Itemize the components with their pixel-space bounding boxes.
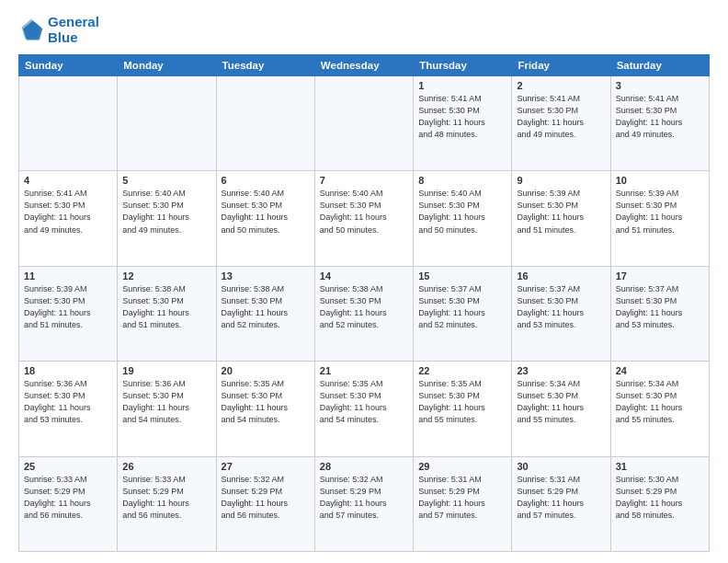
day-info: Sunrise: 5:41 AM Sunset: 5:30 PM Dayligh… [517, 93, 605, 141]
calendar-cell: 15Sunrise: 5:37 AM Sunset: 5:30 PM Dayli… [414, 266, 512, 361]
day-info: Sunrise: 5:35 AM Sunset: 5:30 PM Dayligh… [222, 378, 310, 426]
day-info: Sunrise: 5:31 AM Sunset: 5:29 PM Dayligh… [418, 474, 506, 522]
day-info: Sunrise: 5:34 AM Sunset: 5:30 PM Dayligh… [616, 378, 704, 426]
day-info: Sunrise: 5:31 AM Sunset: 5:29 PM Dayligh… [517, 474, 605, 522]
day-number: 4 [24, 175, 112, 186]
calendar-week-1: 1Sunrise: 5:41 AM Sunset: 5:30 PM Daylig… [19, 76, 710, 171]
day-number: 29 [418, 461, 506, 472]
calendar-cell [216, 76, 314, 171]
svg-marker-2 [22, 18, 41, 38]
calendar-week-4: 18Sunrise: 5:36 AM Sunset: 5:30 PM Dayli… [19, 362, 710, 456]
logo-icon [18, 17, 44, 43]
day-info: Sunrise: 5:40 AM Sunset: 5:30 PM Dayligh… [418, 188, 506, 236]
day-number: 6 [222, 175, 310, 186]
day-number: 2 [517, 80, 605, 91]
calendar-cell: 23Sunrise: 5:34 AM Sunset: 5:30 PM Dayli… [512, 362, 610, 456]
day-info: Sunrise: 5:40 AM Sunset: 5:30 PM Dayligh… [320, 188, 408, 236]
calendar-cell [314, 76, 413, 171]
day-number: 15 [418, 270, 506, 282]
day-info: Sunrise: 5:40 AM Sunset: 5:30 PM Dayligh… [122, 188, 210, 236]
calendar-cell: 25Sunrise: 5:33 AM Sunset: 5:29 PM Dayli… [19, 456, 118, 551]
calendar-cell: 12Sunrise: 5:38 AM Sunset: 5:30 PM Dayli… [118, 266, 216, 361]
calendar-cell: 28Sunrise: 5:32 AM Sunset: 5:29 PM Dayli… [314, 456, 413, 551]
day-info: Sunrise: 5:36 AM Sunset: 5:30 PM Dayligh… [24, 378, 112, 426]
calendar-cell: 20Sunrise: 5:35 AM Sunset: 5:30 PM Dayli… [216, 362, 314, 456]
calendar-header-tuesday: Tuesday [216, 55, 314, 76]
calendar-cell: 26Sunrise: 5:33 AM Sunset: 5:29 PM Dayli… [118, 456, 216, 551]
day-info: Sunrise: 5:39 AM Sunset: 5:30 PM Dayligh… [616, 188, 704, 236]
calendar-cell: 1Sunrise: 5:41 AM Sunset: 5:30 PM Daylig… [414, 76, 512, 171]
calendar-cell: 8Sunrise: 5:40 AM Sunset: 5:30 PM Daylig… [414, 171, 512, 266]
day-info: Sunrise: 5:39 AM Sunset: 5:30 PM Dayligh… [24, 283, 112, 331]
calendar-cell: 22Sunrise: 5:35 AM Sunset: 5:30 PM Dayli… [414, 362, 512, 456]
day-info: Sunrise: 5:39 AM Sunset: 5:30 PM Dayligh… [517, 188, 605, 236]
day-number: 14 [320, 270, 408, 282]
day-info: Sunrise: 5:38 AM Sunset: 5:30 PM Dayligh… [320, 283, 408, 331]
calendar-header-saturday: Saturday [610, 55, 709, 76]
calendar-header-friday: Friday [512, 55, 610, 76]
day-number: 24 [616, 365, 704, 376]
calendar-cell: 16Sunrise: 5:37 AM Sunset: 5:30 PM Dayli… [512, 266, 610, 361]
calendar-cell: 19Sunrise: 5:36 AM Sunset: 5:30 PM Dayli… [118, 362, 216, 456]
logo-general: General [48, 14, 99, 29]
calendar-cell: 24Sunrise: 5:34 AM Sunset: 5:30 PM Dayli… [610, 362, 709, 456]
day-info: Sunrise: 5:37 AM Sunset: 5:30 PM Dayligh… [517, 283, 605, 331]
day-info: Sunrise: 5:37 AM Sunset: 5:30 PM Dayligh… [418, 283, 506, 331]
day-number: 26 [122, 461, 210, 472]
calendar-header-row: SundayMondayTuesdayWednesdayThursdayFrid… [19, 55, 710, 76]
calendar-cell: 4Sunrise: 5:41 AM Sunset: 5:30 PM Daylig… [19, 171, 118, 266]
day-number: 22 [418, 365, 506, 376]
logo: General Blue [18, 15, 99, 45]
day-info: Sunrise: 5:41 AM Sunset: 5:30 PM Dayligh… [616, 93, 704, 141]
calendar-cell: 27Sunrise: 5:32 AM Sunset: 5:29 PM Dayli… [216, 456, 314, 551]
day-number: 8 [418, 175, 506, 186]
calendar-cell: 7Sunrise: 5:40 AM Sunset: 5:30 PM Daylig… [314, 171, 413, 266]
day-number: 18 [24, 365, 112, 376]
calendar-header-sunday: Sunday [19, 55, 118, 76]
day-info: Sunrise: 5:33 AM Sunset: 5:29 PM Dayligh… [24, 474, 112, 522]
calendar-cell: 2Sunrise: 5:41 AM Sunset: 5:30 PM Daylig… [512, 76, 610, 171]
day-number: 11 [24, 270, 112, 282]
day-number: 21 [320, 365, 408, 376]
header: General Blue [18, 15, 710, 45]
day-number: 9 [517, 175, 605, 186]
calendar-cell [118, 76, 216, 171]
calendar-cell: 13Sunrise: 5:38 AM Sunset: 5:30 PM Dayli… [216, 266, 314, 361]
calendar: SundayMondayTuesdayWednesdayThursdayFrid… [18, 54, 710, 552]
calendar-cell: 3Sunrise: 5:41 AM Sunset: 5:30 PM Daylig… [610, 76, 709, 171]
day-number: 23 [517, 365, 605, 376]
calendar-cell: 17Sunrise: 5:37 AM Sunset: 5:30 PM Dayli… [610, 266, 709, 361]
calendar-cell: 18Sunrise: 5:36 AM Sunset: 5:30 PM Dayli… [19, 362, 118, 456]
day-number: 10 [616, 175, 704, 186]
day-info: Sunrise: 5:38 AM Sunset: 5:30 PM Dayligh… [122, 283, 210, 331]
page: General Blue SundayMondayTuesdayWednesda… [0, 0, 728, 563]
calendar-cell: 9Sunrise: 5:39 AM Sunset: 5:30 PM Daylig… [512, 171, 610, 266]
calendar-header-monday: Monday [118, 55, 216, 76]
day-number: 20 [222, 365, 310, 376]
calendar-cell [19, 76, 118, 171]
calendar-cell: 10Sunrise: 5:39 AM Sunset: 5:30 PM Dayli… [610, 171, 709, 266]
calendar-cell: 14Sunrise: 5:38 AM Sunset: 5:30 PM Dayli… [314, 266, 413, 361]
calendar-cell: 31Sunrise: 5:30 AM Sunset: 5:29 PM Dayli… [610, 456, 709, 551]
day-info: Sunrise: 5:32 AM Sunset: 5:29 PM Dayligh… [222, 474, 310, 522]
day-info: Sunrise: 5:38 AM Sunset: 5:30 PM Dayligh… [222, 283, 310, 331]
day-number: 30 [517, 461, 605, 472]
calendar-cell: 11Sunrise: 5:39 AM Sunset: 5:30 PM Dayli… [19, 266, 118, 361]
day-info: Sunrise: 5:40 AM Sunset: 5:30 PM Dayligh… [222, 188, 310, 236]
calendar-cell: 6Sunrise: 5:40 AM Sunset: 5:30 PM Daylig… [216, 171, 314, 266]
day-info: Sunrise: 5:35 AM Sunset: 5:30 PM Dayligh… [418, 378, 506, 426]
day-number: 27 [222, 461, 310, 472]
calendar-week-2: 4Sunrise: 5:41 AM Sunset: 5:30 PM Daylig… [19, 171, 710, 266]
day-number: 1 [418, 80, 506, 91]
day-number: 19 [122, 365, 210, 376]
day-number: 3 [616, 80, 704, 91]
day-number: 17 [616, 270, 704, 282]
day-info: Sunrise: 5:41 AM Sunset: 5:30 PM Dayligh… [24, 188, 112, 236]
day-info: Sunrise: 5:33 AM Sunset: 5:29 PM Dayligh… [122, 474, 210, 522]
calendar-cell: 21Sunrise: 5:35 AM Sunset: 5:30 PM Dayli… [314, 362, 413, 456]
day-info: Sunrise: 5:34 AM Sunset: 5:30 PM Dayligh… [517, 378, 605, 426]
calendar-cell: 5Sunrise: 5:40 AM Sunset: 5:30 PM Daylig… [118, 171, 216, 266]
calendar-cell: 29Sunrise: 5:31 AM Sunset: 5:29 PM Dayli… [414, 456, 512, 551]
logo-blue: Blue [48, 29, 78, 45]
day-info: Sunrise: 5:32 AM Sunset: 5:29 PM Dayligh… [320, 474, 408, 522]
